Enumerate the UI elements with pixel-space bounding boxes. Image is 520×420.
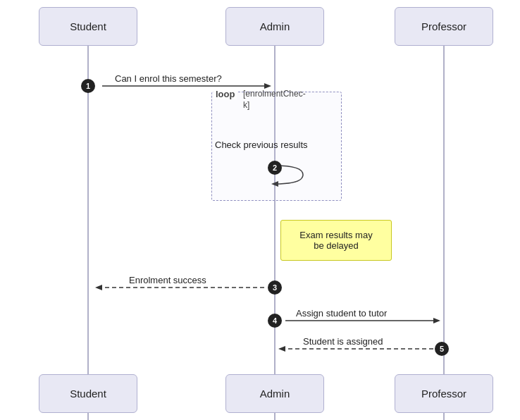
seq-5: 5 xyxy=(435,342,449,356)
message-1-label: Can I enrol this semester? xyxy=(115,73,222,84)
sequence-diagram: Student Admin Professor Student Admin Pr… xyxy=(0,0,520,420)
actor-admin-top: Admin xyxy=(225,7,324,46)
note-exam-results: Exam results maybe delayed xyxy=(280,220,392,261)
loop-label: loop xyxy=(213,89,237,99)
seq-2: 2 xyxy=(268,161,282,175)
seq-1: 1 xyxy=(81,79,95,93)
actor-student-bottom: Student xyxy=(39,374,137,413)
actor-professor-top: Professor xyxy=(395,7,493,46)
svg-marker-4 xyxy=(264,83,271,89)
message-3-label: Enrolment success xyxy=(129,275,206,285)
arrows-svg xyxy=(0,0,520,420)
seq-3: 3 xyxy=(268,280,282,295)
actor-student-top: Student xyxy=(39,7,137,46)
message-5-label: Student is assigned xyxy=(303,336,383,347)
svg-marker-11 xyxy=(278,346,285,352)
message-2-label: Check previous results xyxy=(215,140,308,150)
message-4-label: Assign student to tutor xyxy=(296,308,387,319)
loop-condition: [enrolmentChec-k] xyxy=(243,89,335,111)
svg-marker-9 xyxy=(433,318,440,323)
svg-marker-7 xyxy=(95,285,102,290)
seq-4: 4 xyxy=(268,314,282,328)
actor-admin-bottom: Admin xyxy=(225,374,324,413)
actor-professor-bottom: Professor xyxy=(395,374,493,413)
